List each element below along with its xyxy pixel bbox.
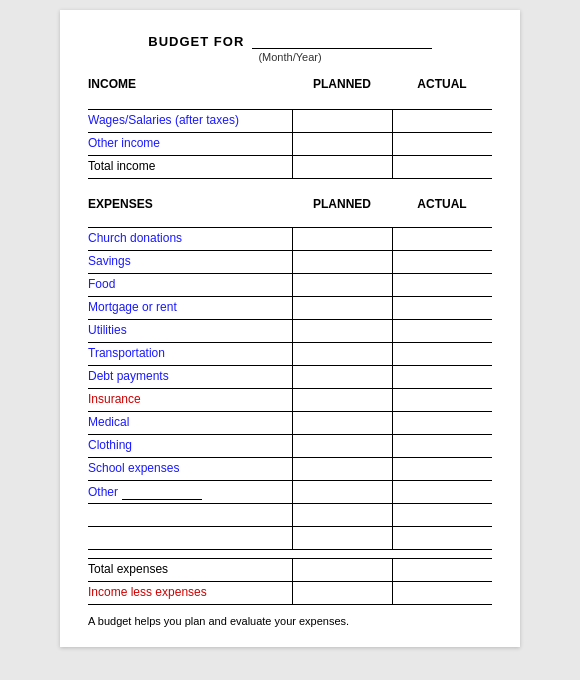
expense-planned-6[interactable] [292,366,392,388]
income-actual-2[interactable] [392,156,492,178]
income-planned-0[interactable] [292,110,392,132]
expense-actual-10[interactable] [392,458,492,480]
table-row: Total expenses [88,558,492,581]
expense-actual-9[interactable] [392,435,492,457]
table-row: Total income [88,155,492,179]
income-less-planned[interactable] [292,582,392,604]
income-rows: Wages/Salaries (after taxes) Other incom… [88,109,492,179]
blank-label-0 [88,504,292,526]
income-row-label-1: Other income [88,133,292,155]
expense-planned-8[interactable] [292,412,392,434]
budget-date-field[interactable] [252,34,432,49]
table-row: Transportation [88,342,492,365]
expense-planned-5[interactable] [292,343,392,365]
expense-actual-3[interactable] [392,297,492,319]
blank-planned-1[interactable] [292,527,392,549]
expense-actual-7[interactable] [392,389,492,411]
income-actual-0[interactable] [392,110,492,132]
expense-row-label-2: Food [88,274,292,296]
table-row: Savings [88,250,492,273]
expenses-planned-header: PLANNED [292,197,392,211]
expense-planned-10[interactable] [292,458,392,480]
expense-row-label-6: Debt payments [88,366,292,388]
budget-title: BUDGET FOR [148,34,244,49]
month-year-label: (Month/Year) [88,51,492,63]
expense-row-label-5: Transportation [88,343,292,365]
expenses-section-header: EXPENSES PLANNED ACTUAL [88,197,492,211]
expense-actual-4[interactable] [392,320,492,342]
expense-planned-1[interactable] [292,251,392,273]
table-row: School expenses [88,457,492,480]
income-row-label-2: Total income [88,156,292,178]
table-row [88,503,492,526]
expense-row-label-8: Medical [88,412,292,434]
expenses-actual-header: ACTUAL [392,197,492,211]
expense-actual-1[interactable] [392,251,492,273]
total-expenses-label: Total expenses [88,559,292,581]
title-row: BUDGET FOR [88,34,492,49]
budget-form: BUDGET FOR (Month/Year) INCOME PLANNED A… [60,10,520,647]
table-row: Other [88,480,492,503]
income-actual-header: ACTUAL [392,77,492,91]
income-less-actual[interactable] [392,582,492,604]
expense-planned-11[interactable] [292,481,392,503]
income-planned-header: PLANNED [292,77,392,91]
table-row: Mortgage or rent [88,296,492,319]
income-row-label-0: Wages/Salaries (after taxes) [88,110,292,132]
table-row: Other income [88,132,492,155]
expense-actual-6[interactable] [392,366,492,388]
table-row [88,526,492,550]
totals-rows: Total expenses Income less expenses [88,558,492,605]
income-less-label: Income less expenses [88,582,292,604]
table-row: Food [88,273,492,296]
income-title: INCOME [88,77,292,91]
expenses-title: EXPENSES [88,197,292,211]
table-row: Debt payments [88,365,492,388]
expense-row-label-11: Other [88,481,292,503]
total-expenses-planned[interactable] [292,559,392,581]
table-row: Utilities [88,319,492,342]
expense-planned-2[interactable] [292,274,392,296]
expense-row-label-10: School expenses [88,458,292,480]
expense-row-label-1: Savings [88,251,292,273]
blank-planned-0[interactable] [292,504,392,526]
income-section-header: INCOME PLANNED ACTUAL [88,77,492,91]
blank-actual-1[interactable] [392,527,492,549]
expense-planned-4[interactable] [292,320,392,342]
expense-actual-2[interactable] [392,274,492,296]
expense-planned-9[interactable] [292,435,392,457]
table-row: Church donations [88,227,492,250]
table-row: Insurance [88,388,492,411]
expense-actual-0[interactable] [392,228,492,250]
expense-planned-3[interactable] [292,297,392,319]
expense-row-label-9: Clothing [88,435,292,457]
income-planned-2[interactable] [292,156,392,178]
income-actual-1[interactable] [392,133,492,155]
table-row: Income less expenses [88,581,492,605]
income-planned-1[interactable] [292,133,392,155]
other-underline [122,485,202,500]
expense-actual-11[interactable] [392,481,492,503]
table-row: Clothing [88,434,492,457]
expense-row-label-3: Mortgage or rent [88,297,292,319]
total-expenses-actual[interactable] [392,559,492,581]
table-row: Wages/Salaries (after taxes) [88,109,492,132]
expense-actual-5[interactable] [392,343,492,365]
expense-row-label-4: Utilities [88,320,292,342]
expenses-rows: Church donations Savings Food Mortgage o… [88,227,492,550]
expense-row-label-7: Insurance [88,389,292,411]
blank-actual-0[interactable] [392,504,492,526]
expense-planned-7[interactable] [292,389,392,411]
footer-note: A budget helps you plan and evaluate you… [88,615,492,627]
expense-actual-8[interactable] [392,412,492,434]
expense-planned-0[interactable] [292,228,392,250]
expense-row-label-0: Church donations [88,228,292,250]
blank-label-1 [88,527,292,549]
table-row: Medical [88,411,492,434]
